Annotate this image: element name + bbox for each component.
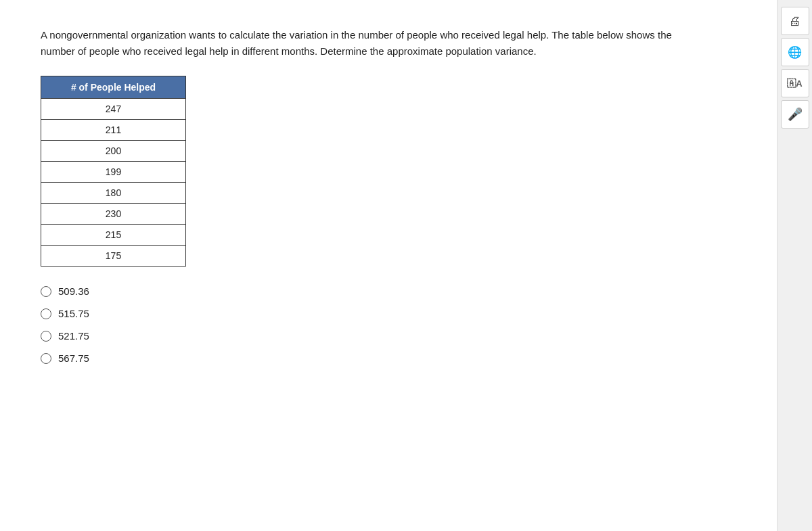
mic-icon: 🎤 bbox=[788, 107, 803, 122]
option-item-2[interactable]: 515.75 bbox=[41, 308, 704, 319]
option-radio-2[interactable] bbox=[41, 308, 51, 319]
option-item-4[interactable]: 567.75 bbox=[41, 352, 704, 364]
option-radio-1[interactable] bbox=[41, 286, 51, 297]
option-label-4: 567.75 bbox=[58, 352, 89, 364]
options-container: 509.36515.75521.75567.75 bbox=[41, 285, 704, 364]
option-label-3: 521.75 bbox=[58, 330, 89, 342]
translate-icon: 🇦A bbox=[787, 78, 802, 89]
table-row: 230 bbox=[41, 204, 186, 225]
table-row: 211 bbox=[41, 120, 186, 141]
table-row: 180 bbox=[41, 183, 186, 204]
option-label-2: 515.75 bbox=[58, 308, 89, 319]
data-table: # of People Helped 247211200199180230215… bbox=[41, 76, 186, 267]
table-header: # of People Helped bbox=[41, 76, 186, 99]
option-radio-4[interactable] bbox=[41, 353, 51, 364]
option-item-3[interactable]: 521.75 bbox=[41, 330, 704, 342]
mic-button[interactable]: 🎤 bbox=[781, 100, 809, 129]
globe-button[interactable]: 🌐 bbox=[781, 38, 809, 66]
globe-icon: 🌐 bbox=[788, 45, 802, 60]
option-radio-3[interactable] bbox=[41, 331, 51, 342]
table-row: 200 bbox=[41, 141, 186, 162]
right-sidebar: 🖨 🌐 🇦A 🎤 bbox=[777, 0, 812, 531]
table-row: 215 bbox=[41, 225, 186, 246]
main-content: A nongovernmental organization wants to … bbox=[0, 0, 744, 391]
table-row: 175 bbox=[41, 246, 186, 267]
translate-button[interactable]: 🇦A bbox=[781, 69, 809, 97]
table-row: 199 bbox=[41, 162, 186, 183]
option-label-1: 509.36 bbox=[58, 285, 89, 297]
question-text: A nongovernmental organization wants to … bbox=[41, 27, 704, 60]
table-row: 247 bbox=[41, 99, 186, 120]
print-button[interactable]: 🖨 bbox=[781, 7, 809, 35]
option-item-1[interactable]: 509.36 bbox=[41, 285, 704, 297]
print-icon: 🖨 bbox=[789, 14, 801, 28]
